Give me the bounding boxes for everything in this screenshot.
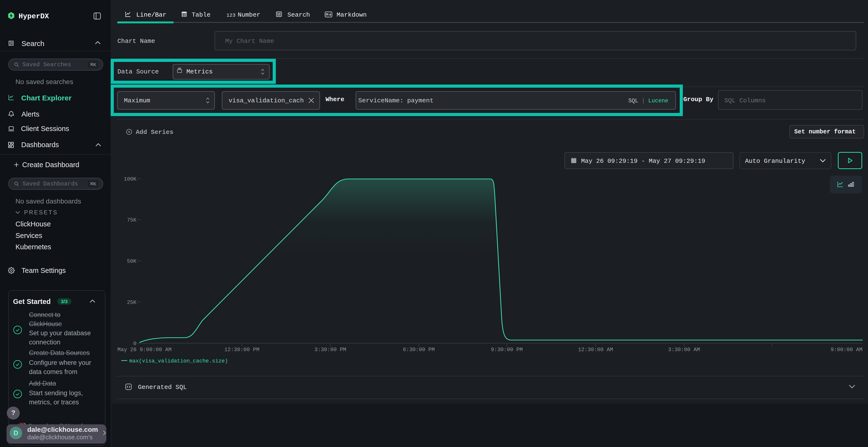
svg-text:9:00:00 AM: 9:00:00 AM (831, 347, 863, 353)
svg-text:9:30:00 PM: 9:30:00 PM (491, 347, 523, 353)
svg-text:100K: 100K (124, 176, 137, 182)
svg-text:max(visa_validation_cache.size: max(visa_validation_cache.size) (129, 358, 228, 364)
svg-text:6:30:00 PM: 6:30:00 PM (403, 347, 435, 353)
svg-text:3:30:00 AM: 3:30:00 AM (668, 347, 700, 353)
svg-text:0: 0 (133, 341, 136, 347)
svg-text:25K: 25K (127, 300, 136, 306)
svg-text:May 26 9:00:00 AM: May 26 9:00:00 AM (117, 347, 172, 353)
svg-text:3:30:00 PM: 3:30:00 PM (314, 347, 346, 353)
svg-text:12:30:00 AM: 12:30:00 AM (578, 347, 613, 353)
svg-text:75K: 75K (127, 217, 136, 223)
svg-text:12:30:00 PM: 12:30:00 PM (224, 347, 259, 353)
svg-text:50K: 50K (127, 259, 136, 265)
